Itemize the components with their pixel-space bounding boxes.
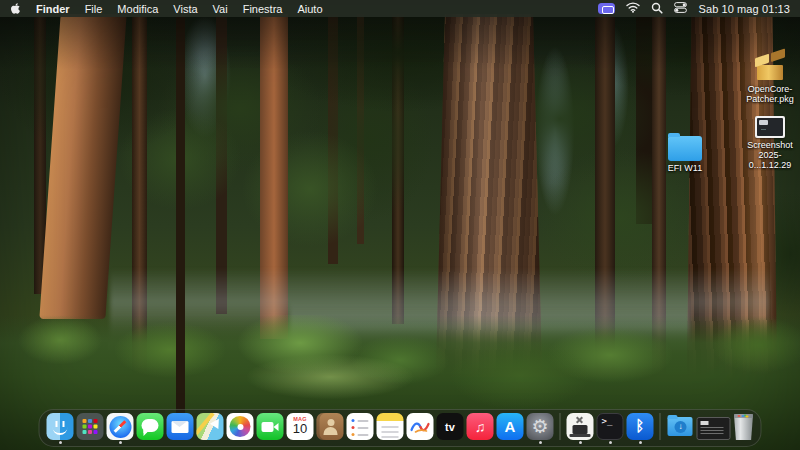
notes-icon	[377, 413, 404, 440]
dock-separator	[560, 413, 561, 440]
label-line: Screenshot	[742, 140, 798, 150]
contacts-icon	[317, 413, 344, 440]
dock-freeform[interactable]	[407, 413, 434, 442]
dock-notes[interactable]	[377, 413, 404, 442]
dock-app-store[interactable]: A	[497, 413, 524, 442]
dock: MAG 10 tv ♫	[39, 409, 762, 447]
bluetooth-rune-glyph: ᛒ	[635, 419, 644, 434]
finder-icon	[47, 413, 74, 440]
dock-opencore-legacy-patcher[interactable]	[567, 413, 594, 442]
menu-vista[interactable]: Vista	[173, 3, 197, 15]
control-center-icon[interactable]	[674, 2, 687, 15]
calendar-icon: MAG 10	[287, 413, 314, 440]
dock-minimized-window[interactable]	[697, 417, 731, 442]
menu-finestra[interactable]: Finestra	[243, 3, 283, 15]
desktop-icon-efi-folder[interactable]: EFI W11	[660, 136, 710, 173]
menu-vai[interactable]: Vai	[213, 3, 228, 15]
dock-system-settings[interactable]: ⚙	[527, 413, 554, 442]
menu-file[interactable]: File	[85, 3, 103, 15]
dock-reminders[interactable]	[347, 413, 374, 442]
screen-sharing-indicator[interactable]	[598, 3, 615, 14]
tv-glyph: tv	[445, 421, 455, 433]
desktop-icon-label: Screenshot 2025-0...1.12.29	[742, 140, 798, 170]
menu-bar-status: Sab 10 mag 01:13	[598, 2, 790, 16]
freeform-scribble	[410, 418, 431, 435]
running-indicator	[539, 441, 542, 444]
dock-mail[interactable]	[167, 413, 194, 442]
freeform-icon	[407, 413, 434, 440]
calendar-day: 10	[293, 422, 307, 435]
menu-bar-clock[interactable]: Sab 10 mag 01:13	[698, 3, 790, 15]
terminal-prompt-glyph: >_	[602, 417, 613, 439]
dock-maps[interactable]	[197, 413, 224, 442]
label-line: 2025-0...1.12.29	[742, 150, 798, 170]
dock-calendar[interactable]: MAG 10	[287, 413, 314, 442]
app-store-glyph: A	[505, 419, 516, 434]
dock-messages[interactable]	[137, 413, 164, 442]
desktop-icon-opencore-package[interactable]: OpenCore- Patcher.pkg	[742, 54, 798, 104]
apple-tv-icon: tv	[437, 413, 464, 440]
download-arrow-glyph: ↓	[679, 423, 683, 431]
running-indicator	[639, 441, 642, 444]
dock-music[interactable]: ♫	[467, 413, 494, 442]
gear-icon: ⚙	[531, 417, 548, 436]
maps-icon	[197, 413, 224, 440]
mail-icon	[167, 413, 194, 440]
system-settings-icon: ⚙	[527, 413, 554, 440]
bluetooth-icon: ᛒ	[627, 413, 654, 440]
trash-full-icon	[734, 414, 754, 440]
launchpad-icon	[77, 413, 104, 440]
desktop: Finder File Modifica Vista Vai Finestra …	[0, 0, 800, 450]
running-indicator	[59, 441, 62, 444]
dock-bluetooth-exchange[interactable]: ᛒ	[627, 413, 654, 442]
tree-trunk	[176, 14, 185, 434]
terminal-icon: >_	[597, 413, 624, 440]
desktop-icon-label: EFI W11	[668, 163, 702, 173]
wifi-icon[interactable]	[626, 2, 640, 15]
menu-finder[interactable]: Finder	[36, 3, 70, 15]
dock-safari[interactable]	[107, 413, 134, 442]
dock-facetime[interactable]	[257, 413, 284, 442]
safari-icon	[107, 413, 134, 440]
music-icon: ♫	[467, 413, 494, 440]
wallpaper-forest	[0, 0, 800, 450]
dock-separator	[660, 413, 661, 440]
minimized-window-thumbnail	[697, 417, 731, 440]
music-note-glyph: ♫	[475, 420, 486, 434]
laptop-glyph	[573, 425, 588, 434]
app-store-icon: A	[497, 413, 524, 440]
opencore-patcher-icon	[567, 413, 594, 440]
apple-logo-icon	[10, 2, 21, 15]
dock-downloads-folder[interactable]: ↓	[667, 413, 694, 442]
messages-icon	[137, 413, 164, 440]
desktop-icon-screenshot-file[interactable]: Screenshot 2025-0...1.12.29	[742, 116, 798, 170]
running-indicator	[119, 441, 122, 444]
facetime-icon	[257, 413, 284, 440]
label-line: Patcher.pkg	[746, 94, 794, 104]
dock-terminal[interactable]: >_	[597, 413, 624, 442]
menu-bar: Finder File Modifica Vista Vai Finestra …	[0, 0, 800, 17]
photos-icon	[227, 413, 254, 440]
label-line: OpenCore-	[746, 84, 794, 94]
spotlight-icon[interactable]	[651, 2, 663, 16]
reminders-icon	[347, 413, 374, 440]
running-indicator	[609, 441, 612, 444]
dock-contacts[interactable]	[317, 413, 344, 442]
blue-folder-icon	[668, 136, 702, 161]
menu-modifica[interactable]: Modifica	[117, 3, 158, 15]
menu-aiuto[interactable]: Aiuto	[297, 3, 322, 15]
dock-launchpad[interactable]	[77, 413, 104, 442]
dock-finder[interactable]	[47, 413, 74, 442]
download-badge: ↓	[675, 421, 687, 433]
desktop-icon-label: OpenCore- Patcher.pkg	[746, 84, 794, 104]
screenshot-file-icon	[755, 116, 785, 138]
running-indicator	[579, 441, 582, 444]
dock-photos[interactable]	[227, 413, 254, 442]
dock-trash[interactable]	[734, 414, 754, 442]
apple-menu[interactable]	[10, 2, 21, 15]
package-icon	[754, 54, 786, 82]
menu-bar-left: Finder File Modifica Vista Vai Finestra …	[10, 2, 323, 15]
downloads-folder-icon: ↓	[667, 413, 694, 440]
dock-tv[interactable]: tv	[437, 413, 464, 442]
